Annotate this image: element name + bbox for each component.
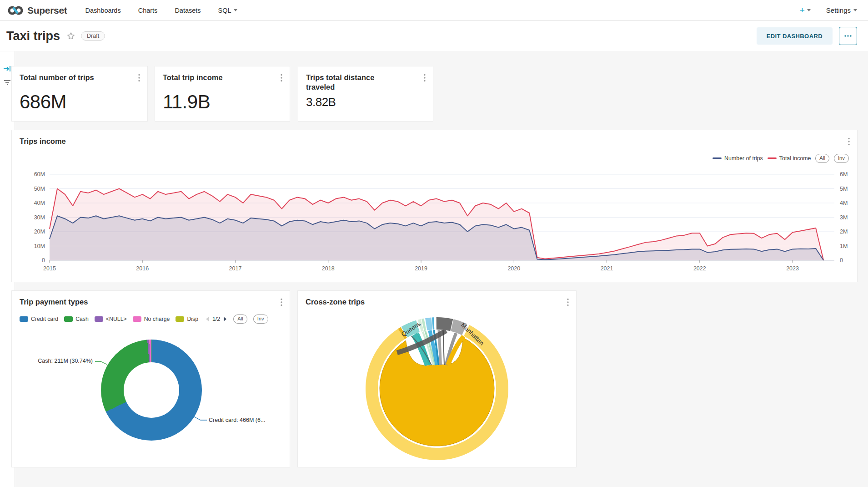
pie-legend-items: Credit cardCash<NULL>No chargeDisp [20, 316, 198, 322]
timeseries-legend: Number of trips Total income All Inv [712, 154, 849, 163]
status-badge: Draft [81, 31, 105, 41]
svg-text:0: 0 [840, 257, 843, 264]
svg-text:10M: 10M [34, 243, 45, 249]
timeseries-plot[interactable]: 60M6M50M5M40M4M30M3M20M2M10M1M0020152016… [12, 167, 858, 280]
svg-text:2023: 2023 [786, 265, 799, 272]
pie-legend-item[interactable]: <NULL> [95, 316, 127, 322]
svg-text:2018: 2018 [322, 265, 335, 272]
legend-item-number-of-trips[interactable]: Number of trips [712, 155, 763, 162]
chevron-down-icon [853, 9, 857, 11]
svg-text:0: 0 [42, 257, 45, 264]
kebab-menu-icon[interactable] [279, 297, 284, 309]
pager-page-indicator: 1/2 [212, 316, 220, 322]
nav-datasets[interactable]: Datasets [175, 7, 201, 14]
svg-text:1M: 1M [840, 243, 848, 249]
kpi-title: Total trip income [163, 73, 223, 82]
chart-title: Trips income [20, 137, 66, 146]
filter-icon[interactable] [3, 79, 11, 88]
navbar: Superset Dashboards Charts Datasets SQL … [0, 0, 868, 21]
kpi-value: 3.82B [306, 95, 433, 109]
pie-legend-item[interactable]: Credit card [20, 316, 58, 322]
pie-legend-item[interactable]: Cash [64, 316, 89, 322]
chevron-down-icon [234, 9, 237, 11]
kebab-menu-icon[interactable] [136, 73, 142, 85]
new-item-button[interactable]: + [800, 5, 811, 15]
brand-name: Superset [27, 5, 67, 16]
svg-text:6M: 6M [840, 171, 848, 178]
nav-charts[interactable]: Charts [138, 7, 158, 14]
kebab-menu-icon[interactable] [846, 137, 852, 148]
svg-text:60M: 60M [34, 171, 45, 178]
svg-text:2019: 2019 [415, 265, 427, 272]
legend-swatch [712, 157, 722, 159]
dashboard-header: Taxi trips Draft EDIT DASHBOARD [0, 21, 868, 51]
kpi-title: Trips total distance traveled [306, 73, 397, 91]
superset-dashboard: Superset Dashboards Charts Datasets SQL … [0, 0, 868, 487]
payment-donut-chart[interactable] [101, 340, 202, 441]
legend-chip [133, 316, 141, 322]
trip-payment-types-card: Trip payment types Credit cardCash<NULL>… [11, 290, 290, 467]
svg-text:2M: 2M [840, 228, 848, 235]
svg-text:20M: 20M [34, 228, 45, 235]
kpi-value: 686M [20, 91, 147, 113]
pie-legend-item[interactable]: No charge [133, 316, 170, 322]
svg-text:3M: 3M [840, 214, 848, 221]
legend-pager: 1/2 [205, 316, 227, 322]
kpi-card-total-trips: Total number of trips 686M [11, 66, 148, 122]
chord-diagram[interactable]: QueensManhattan [298, 291, 577, 468]
ellipsis-icon [844, 35, 852, 37]
legend-chip [95, 316, 103, 322]
legend-all-button[interactable]: All [233, 315, 247, 324]
pie-legend: Credit cardCash<NULL>No chargeDisp 1/2 A… [12, 309, 290, 324]
svg-text:4M: 4M [840, 200, 848, 206]
nav-sql[interactable]: SQL [218, 7, 237, 14]
svg-text:50M: 50M [34, 186, 45, 192]
svg-text:2017: 2017 [229, 265, 242, 272]
svg-text:2022: 2022 [693, 265, 706, 272]
legend-all-button[interactable]: All [815, 154, 829, 163]
svg-text:2016: 2016 [136, 265, 149, 272]
legend-chip [176, 316, 184, 322]
kpi-card-trip-income: Total trip income 11.9B [155, 66, 290, 122]
pager-prev-icon[interactable] [205, 316, 209, 322]
kpi-card-total-distance: Trips total distance traveled 3.82B [298, 66, 433, 122]
legend-item-total-income[interactable]: Total income [768, 155, 811, 162]
callout-cash: Cash: 211M (30.74%) [38, 358, 93, 364]
chevron-down-icon [807, 9, 811, 11]
superset-infinity-icon [7, 5, 24, 16]
svg-text:5M: 5M [840, 186, 848, 192]
legend-inv-button[interactable]: Inv [834, 154, 849, 163]
svg-text:30M: 30M [34, 214, 45, 221]
donut-hole [124, 362, 179, 418]
pie-legend-item[interactable]: Disp [176, 316, 198, 322]
header-actions: EDIT DASHBOARD [757, 27, 857, 45]
kebab-menu-icon[interactable] [279, 73, 284, 85]
pager-next-icon[interactable] [223, 316, 227, 322]
settings-menu[interactable]: Settings [826, 6, 857, 14]
favorite-star-icon[interactable] [66, 31, 75, 41]
navbar-right: + Settings [800, 5, 857, 15]
svg-text:40M: 40M [34, 200, 45, 206]
page-title: Taxi trips [6, 29, 60, 43]
svg-text:2015: 2015 [43, 265, 56, 272]
kpi-value: 11.9B [163, 91, 290, 113]
legend-chip [64, 316, 73, 322]
svg-text:2020: 2020 [507, 265, 520, 272]
callout-credit-card: Credit card: 466M (6... [209, 417, 265, 423]
expand-filter-bar-icon[interactable] [3, 65, 11, 74]
cross-zone-trips-card: Cross-zone trips QueensManhattan [297, 290, 577, 467]
kebab-menu-icon[interactable] [422, 73, 427, 85]
edit-dashboard-button[interactable]: EDIT DASHBOARD [757, 27, 833, 45]
legend-swatch [768, 157, 777, 159]
trips-income-chart-card: Trips income Number of trips Total incom… [11, 130, 858, 282]
more-options-button[interactable] [839, 27, 857, 45]
legend-chip [20, 316, 28, 322]
svg-text:2021: 2021 [601, 265, 613, 272]
chart-title: Trip payment types [20, 297, 88, 307]
kpi-title: Total number of trips [20, 73, 94, 82]
superset-logo[interactable]: Superset [7, 5, 67, 16]
nav-dashboards[interactable]: Dashboards [85, 7, 120, 14]
legend-inv-button[interactable]: Inv [253, 315, 268, 324]
main-menu: Dashboards Charts Datasets SQL [85, 7, 237, 14]
